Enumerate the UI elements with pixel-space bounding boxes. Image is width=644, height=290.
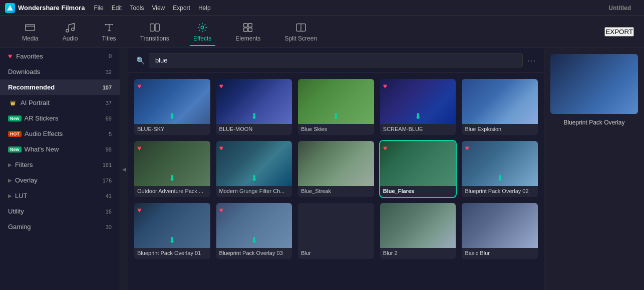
sidebar-gaming-label: Gaming xyxy=(8,223,31,230)
effect-card-blue-explosion[interactable]: Blue Explosion xyxy=(462,79,538,135)
effect-label: Basic Blur xyxy=(462,248,538,259)
toolbar-titles[interactable]: Titles xyxy=(90,18,128,46)
sidebar-overlay-label: Overlay xyxy=(15,176,38,184)
sidebar-collapse-btn[interactable]: ◀ xyxy=(120,48,128,290)
content-area: 🔍 ⋯ ♥ ⬇ BLUE-SKY ♥ ⬇ BLUE-MOON xyxy=(128,48,544,290)
grid-view-icon[interactable]: ⋯ xyxy=(527,55,536,66)
effect-label: Modern Grunge Filter Ch... xyxy=(216,186,292,197)
sidebar-item-filters[interactable]: ▶ Filters 161 xyxy=(0,157,120,172)
menu-edit[interactable]: Edit xyxy=(112,4,122,12)
download-icon: ⬇ xyxy=(251,236,257,245)
sidebar-favorites-label: Favorites xyxy=(16,52,43,60)
sidebar-item-gaming[interactable]: Gaming 30 xyxy=(0,219,120,234)
sidebar-item-lut[interactable]: ▶ LUT 41 xyxy=(0,188,120,204)
menu-items: File Edit Tools View Export Help xyxy=(94,4,210,12)
sidebar-audio-effects-label: Audio Effects xyxy=(25,130,63,138)
toolbar-effects-label: Effects xyxy=(193,35,211,42)
export-button[interactable]: EXPORT xyxy=(604,27,634,36)
menu-export[interactable]: Export xyxy=(173,4,190,12)
svg-point-2 xyxy=(66,29,69,32)
app-logo: Wondershare Filmora xyxy=(5,3,85,13)
effect-thumbnail xyxy=(462,203,538,248)
svg-rect-9 xyxy=(244,28,247,31)
split-screen-icon xyxy=(295,22,306,33)
sidebar-item-recommended[interactable]: Recommended 107 xyxy=(0,80,120,95)
effect-thumbnail: ♥ xyxy=(380,141,456,186)
sidebar-ai-portrait-badge: 37 xyxy=(106,100,112,106)
search-input[interactable] xyxy=(149,53,523,68)
menu-help[interactable]: Help xyxy=(198,4,211,12)
effect-thumbnail xyxy=(298,203,374,248)
effect-thumbnail: ♥ ⬇ xyxy=(134,141,210,186)
favorite-icon: ♥ xyxy=(219,206,223,214)
toolbar-elements[interactable]: Elements xyxy=(223,18,272,46)
sidebar-item-downloads[interactable]: Downloads 32 xyxy=(0,64,120,80)
preview-panel: Blueprint Pack Overlay xyxy=(544,48,644,290)
sidebar-filters-badge: 161 xyxy=(103,162,112,168)
sidebar-item-whats-new[interactable]: New What's New 98 xyxy=(0,142,120,157)
heart-icon: ♥ xyxy=(8,52,12,60)
sidebar-utility-label: Utility xyxy=(8,208,24,215)
menu-tools[interactable]: Tools xyxy=(130,4,144,12)
toolbar-split-screen[interactable]: Split Screen xyxy=(272,18,329,46)
effect-card-blue-skies[interactable]: ⬇ Blue Skies xyxy=(298,79,374,135)
sidebar-collapse-icon: ◀ xyxy=(122,166,126,172)
effect-card-blue-sky[interactable]: ♥ ⬇ BLUE-SKY xyxy=(134,79,210,135)
media-icon xyxy=(25,22,36,33)
download-icon: ⬇ xyxy=(169,236,175,245)
effect-card-basic-blur[interactable]: Basic Blur xyxy=(462,203,538,259)
effect-label: Blue Explosion xyxy=(462,124,538,135)
sidebar-item-favorites[interactable]: ♥ Favorites 0 xyxy=(0,48,120,64)
crown-tag: 👑 xyxy=(8,100,18,106)
menu-file[interactable]: File xyxy=(94,4,103,12)
sidebar-item-ar-stickers[interactable]: New AR Stickers 69 xyxy=(0,110,120,126)
download-icon: ⬇ xyxy=(169,112,175,121)
effect-card-outdoor[interactable]: ♥ ⬇ Outdoor Adventure Pack ... xyxy=(134,141,210,197)
effect-card-blueprint-01[interactable]: ♥ ⬇ Blueprint Pack Overlay 01 xyxy=(134,203,210,259)
favorite-icon: ♥ xyxy=(219,82,223,90)
sidebar-favorites-badge: 0 xyxy=(109,53,112,59)
favorite-icon: ♥ xyxy=(137,206,141,214)
svg-rect-10 xyxy=(248,28,252,31)
toolbar-effects[interactable]: Effects xyxy=(181,18,223,46)
effect-card-blueprint-03[interactable]: ♥ ⬇ Blueprint Pack Overlay 03 xyxy=(216,203,292,259)
effect-thumbnail: ♥ ⬇ xyxy=(216,79,292,124)
new-tag-whats-new: New xyxy=(8,146,22,152)
download-icon: ⬇ xyxy=(333,112,339,121)
menu-view[interactable]: View xyxy=(152,4,165,12)
favorite-icon: ♥ xyxy=(383,144,387,152)
effect-card-blue-moon[interactable]: ♥ ⬇ BLUE-MOON xyxy=(216,79,292,135)
effect-label: Blue Skies xyxy=(298,124,374,135)
sidebar-item-audio-effects[interactable]: HOT Audio Effects 5 xyxy=(0,126,120,142)
favorite-icon: ♥ xyxy=(465,144,469,152)
elements-icon xyxy=(242,22,253,33)
toolbar-audio[interactable]: Audio xyxy=(51,18,90,46)
sidebar-overlay-badge: 176 xyxy=(103,178,112,184)
effect-label: Blueprint Pack Overlay 03 xyxy=(216,248,292,259)
toolbar-split-screen-label: Split Screen xyxy=(284,35,317,42)
sidebar-item-utility[interactable]: Utility 16 xyxy=(0,204,120,219)
sidebar-ai-portrait-label: AI Portrait xyxy=(21,99,50,106)
toolbar-media[interactable]: Media xyxy=(10,18,51,46)
effect-thumbnail: ♥ ⬇ xyxy=(134,79,210,124)
download-icon: ⬇ xyxy=(497,174,503,183)
menu-bar: Wondershare Filmora File Edit Tools View… xyxy=(0,0,644,16)
sidebar-recommended-badge: 107 xyxy=(103,84,112,90)
toolbar-transitions[interactable]: Transitions xyxy=(128,18,181,46)
effect-card-blur2[interactable]: Blur 2 xyxy=(380,203,456,259)
effect-card-blue-flares[interactable]: ♥ Blue_Flares xyxy=(380,141,456,197)
effect-card-modern-grunge[interactable]: ♥ ⬇ Modern Grunge Filter Ch... xyxy=(216,141,292,197)
effect-label: Blue_Streak xyxy=(298,186,374,197)
sidebar-item-overlay[interactable]: ▶ Overlay 176 xyxy=(0,172,120,188)
effect-label: Outdoor Adventure Pack ... xyxy=(134,186,210,197)
effect-card-blueprint-02[interactable]: ♥ ⬇ Blueprint Pack Overlay 02 xyxy=(462,141,538,197)
sidebar-item-ai-portrait[interactable]: 👑 AI Portrait 37 xyxy=(0,95,120,110)
effect-card-blue-streak[interactable]: Blue_Streak xyxy=(298,141,374,197)
svg-rect-5 xyxy=(155,24,159,31)
favorite-icon: ♥ xyxy=(137,144,141,152)
effect-card-blur[interactable]: Blur xyxy=(298,203,374,259)
app-name: Wondershare Filmora xyxy=(18,4,85,12)
effect-card-scream-blue[interactable]: ♥ ⬇ SCREAM-BLUE xyxy=(380,79,456,135)
effect-label: Blueprint Pack Overlay 02 xyxy=(462,186,538,197)
favorite-icon: ♥ xyxy=(219,144,223,152)
